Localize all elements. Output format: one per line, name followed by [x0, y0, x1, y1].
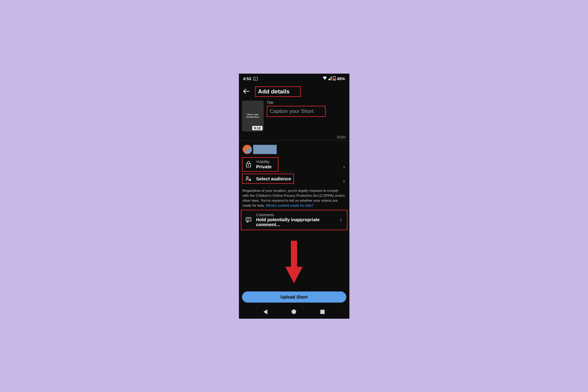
svg-point-6 [249, 179, 251, 180]
nav-recents-icon[interactable] [320, 310, 325, 314]
phone-frame: 4:53 45% Add details This is a test YouT… [239, 74, 349, 319]
audience-label: Select audience [256, 176, 291, 181]
chevron-right-icon: › [340, 217, 342, 223]
annotation-arrow-down [285, 241, 303, 285]
svg-rect-7 [246, 218, 251, 221]
visibility-value: Private [256, 164, 277, 169]
svg-rect-2 [334, 79, 335, 80]
back-button[interactable] [242, 88, 251, 95]
audience-row-highlight: Select audience [242, 174, 294, 184]
wifi-icon [322, 76, 327, 81]
avatar [243, 145, 252, 154]
signal-icon [328, 76, 332, 81]
svg-point-4 [248, 165, 249, 166]
thumbnail-preview-text: This is a test YouTube Short. [243, 114, 262, 118]
visibility-label: Visibility [256, 160, 277, 164]
lock-icon [245, 161, 252, 167]
battery-icon [333, 76, 336, 81]
people-icon [245, 176, 252, 181]
svg-rect-3 [246, 164, 251, 167]
title-input[interactable]: Caption your Short [267, 106, 326, 117]
svg-rect-10 [291, 241, 297, 268]
status-bar: 4:53 45% [239, 74, 349, 83]
comment-icon [245, 217, 252, 223]
title-char-counter: 0/100 [239, 133, 349, 140]
status-time: 4:53 [243, 76, 251, 81]
coppa-link[interactable]: What's content made for kids? [266, 204, 313, 207]
app-header: Add details [239, 83, 349, 101]
svg-point-5 [246, 177, 248, 179]
comments-row[interactable]: Comments Hold potentially inappropriate … [244, 212, 346, 228]
visibility-row-highlight: Visibility Private [242, 157, 279, 172]
nav-back-icon[interactable] [263, 309, 267, 314]
page-title: Add details [255, 86, 301, 97]
nav-home-icon[interactable] [292, 309, 296, 314]
upload-short-button[interactable]: Upload Short [242, 291, 346, 303]
video-thumbnail[interactable]: This is a test YouTube Short. 0:12 [242, 101, 264, 131]
chevron-right-icon[interactable]: › [343, 178, 345, 184]
coppa-notice: Regardless of your location, you're lega… [239, 186, 349, 208]
title-label: Title [267, 101, 346, 105]
account-name-redacted [253, 145, 277, 154]
android-nav-bar [239, 306, 349, 317]
comments-row-highlight: Comments Hold potentially inappropriate … [241, 210, 348, 230]
cast-icon [253, 77, 258, 80]
battery-percent: 45% [337, 76, 345, 81]
chevron-right-icon[interactable]: › [343, 164, 345, 170]
comments-value: Hold potentially inappropriate comment… [256, 217, 345, 227]
thumbnail-duration: 0:12 [252, 126, 262, 130]
comments-label: Comments [256, 213, 345, 217]
title-placeholder: Caption your Short [270, 108, 314, 114]
account-row[interactable] [239, 140, 349, 157]
